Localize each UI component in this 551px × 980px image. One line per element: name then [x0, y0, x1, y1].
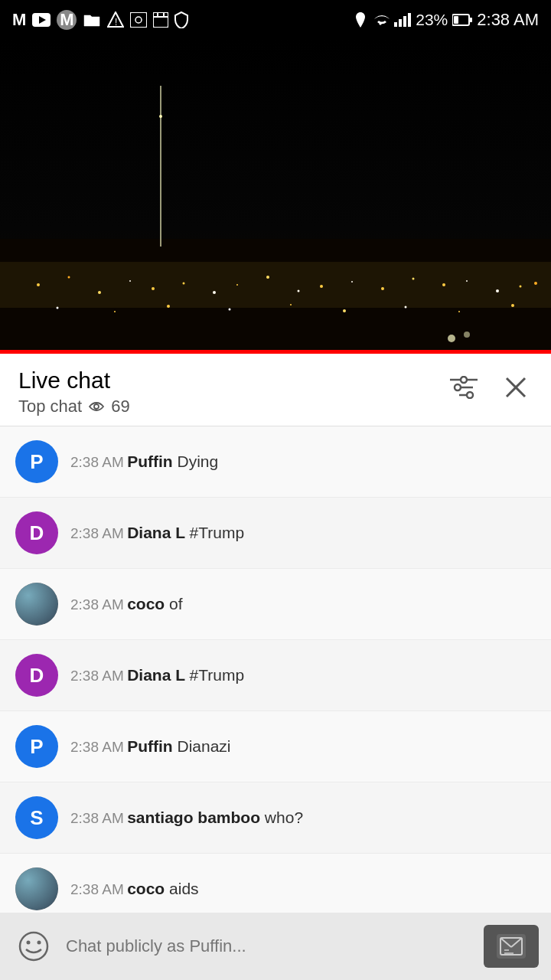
- youtube-icon: [32, 13, 51, 27]
- wifi-icon: [371, 13, 390, 27]
- message-username: coco: [127, 880, 169, 897]
- message-text: who?: [265, 808, 303, 826]
- chat-message-item: S 2:38 AM santiago bamboo who?: [0, 782, 551, 854]
- user-avatar: P: [15, 440, 58, 483]
- user-avatar: S: [15, 796, 58, 839]
- user-avatar: [15, 583, 58, 626]
- message-time: 2:38 AM: [70, 525, 124, 541]
- chat-input-area: [0, 913, 551, 980]
- svg-point-5: [135, 17, 142, 23]
- send-button[interactable]: [484, 925, 539, 968]
- user-avatar: D: [15, 511, 58, 554]
- emoji-button[interactable]: [12, 925, 55, 968]
- shield-icon: [174, 11, 188, 28]
- svg-point-28: [37, 941, 41, 945]
- chat-message-item: 2:38 AM coco aids: [0, 854, 551, 916]
- user-avatar: P: [15, 725, 58, 768]
- chat-message-item: D 2:38 AM Diana L #Trump: [0, 498, 551, 569]
- svg-point-23: [467, 392, 473, 398]
- message-text: of: [169, 595, 183, 612]
- chat-list: P 2:38 AM Puffin Dying D 2:38 AM Diana L…: [0, 426, 551, 916]
- svg-rect-16: [454, 16, 458, 24]
- message-username: Diana L: [127, 524, 189, 541]
- svg-point-22: [455, 384, 461, 390]
- message-time: 2:38 AM: [70, 810, 124, 826]
- svg-rect-4: [130, 12, 147, 28]
- svg-point-26: [20, 933, 47, 960]
- top-chat-label[interactable]: Top chat: [18, 397, 82, 416]
- live-chat-title: Live chat: [18, 368, 130, 394]
- live-chat-header: Live chat Top chat 69: [0, 354, 551, 426]
- message-username: Puffin: [127, 452, 177, 470]
- svg-text:!: !: [115, 17, 117, 28]
- clock: 2:38 AM: [477, 10, 539, 30]
- svg-point-17: [94, 404, 99, 409]
- battery-icon: [452, 14, 472, 26]
- message-time: 2:38 AM: [70, 668, 124, 684]
- message-time: 2:38 AM: [70, 881, 124, 897]
- viewer-icon: [88, 400, 105, 413]
- chat-message-item: D 2:38 AM Diana L #Trump: [0, 640, 551, 711]
- filter-icon[interactable]: [447, 371, 481, 404]
- viewer-count: 69: [111, 397, 129, 416]
- svg-point-27: [27, 941, 31, 945]
- chat-message-item: 2:38 AM coco of: [0, 569, 551, 640]
- folder-icon: [83, 12, 101, 28]
- message-username: Diana L: [127, 666, 189, 684]
- photo-icon: [130, 12, 147, 28]
- message-time: 2:38 AM: [70, 739, 124, 755]
- message-username: Puffin: [127, 737, 177, 755]
- message-text: aids: [169, 880, 199, 897]
- battery-percent: 23%: [416, 11, 448, 29]
- message-text: #Trump: [189, 666, 244, 684]
- message-username: coco: [127, 595, 169, 612]
- message-text: Dying: [178, 452, 219, 470]
- user-avatar: [15, 867, 58, 910]
- svg-rect-15: [469, 18, 472, 22]
- svg-rect-10: [394, 22, 397, 27]
- status-bar-right-icons: 23% 2:38 AM: [354, 10, 539, 30]
- close-icon[interactable]: [499, 371, 533, 404]
- message-time: 2:38 AM: [70, 454, 124, 470]
- svg-rect-6: [153, 12, 168, 28]
- chat-message-item: P 2:38 AM Puffin Dianazi: [0, 711, 551, 782]
- chat-text-input[interactable]: [66, 925, 473, 968]
- message-text: #Trump: [189, 524, 244, 541]
- svg-point-21: [461, 377, 467, 383]
- user-avatar: D: [15, 654, 58, 697]
- status-bar: M M ! 23% 2:3: [0, 0, 551, 40]
- warning-icon: !: [107, 11, 124, 28]
- message-username: santiago bamboo: [127, 808, 265, 826]
- status-bar-left-icons: M M !: [12, 10, 188, 30]
- svg-rect-11: [399, 19, 402, 27]
- message-text: Dianazi: [178, 737, 231, 755]
- m2-icon: M: [57, 10, 77, 30]
- svg-rect-13: [408, 13, 411, 27]
- svg-rect-12: [403, 16, 406, 27]
- video-player[interactable]: [0, 40, 551, 354]
- chat-message-item: P 2:38 AM Puffin Dying: [0, 426, 551, 498]
- calendar-icon: [153, 12, 168, 28]
- message-time: 2:38 AM: [70, 596, 124, 612]
- location-icon: [354, 11, 367, 28]
- signal-icon: [394, 13, 411, 27]
- m-icon: M: [12, 10, 26, 30]
